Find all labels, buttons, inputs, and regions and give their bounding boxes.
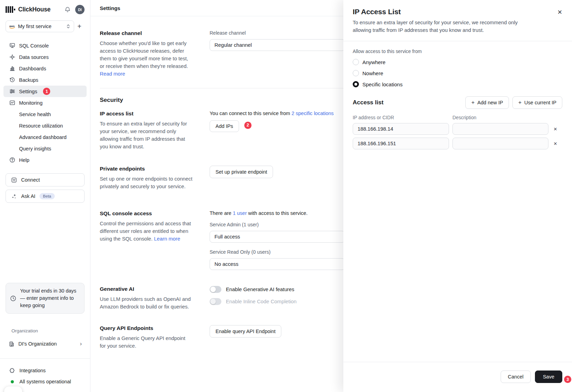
specific-locations-link[interactable]: 2 specific locations: [291, 111, 334, 116]
help-icon: [9, 157, 15, 163]
sidebar: ClickHouse DI aws My first service: [0, 0, 90, 392]
radio-anywhere[interactable]: Anywhere: [353, 59, 562, 65]
setup-private-endpoint-button[interactable]: Set up private endpoint: [210, 166, 273, 178]
inline-code-completion-toggle-label: Enable Inline Code Completion: [226, 299, 297, 304]
generative-ai-toggle[interactable]: [210, 286, 221, 293]
generative-ai-title: Generative AI: [100, 286, 193, 292]
drawer-title: IP Access List: [353, 8, 557, 16]
organization-building-icon: [8, 341, 15, 347]
remove-row-icon[interactable]: ✕: [548, 127, 562, 132]
sidebar-item-service-health[interactable]: Service health: [3, 108, 87, 120]
sidebar-item-monitoring[interactable]: Monitoring: [3, 97, 87, 108]
connect-icon: [11, 177, 17, 183]
organization-name: DI's Organization: [18, 341, 76, 347]
add-new-ip-button[interactable]: + Add new IP: [465, 96, 509, 109]
save-button[interactable]: Save: [535, 371, 562, 383]
drawer-description: To ensure an extra layer of security for…: [353, 19, 533, 34]
status-label: All systems operational: [19, 379, 71, 384]
connect-button[interactable]: Connect: [6, 173, 85, 186]
notifications-bell-icon[interactable]: [64, 6, 71, 13]
sql-console-access-title: SQL console access: [100, 210, 193, 217]
add-ips-button[interactable]: Add IPs: [210, 120, 239, 132]
remove-row-icon[interactable]: ✕: [548, 141, 562, 146]
organization-switcher[interactable]: DI's Organization ›: [6, 338, 85, 349]
private-endpoints-title: Private endpoints: [100, 166, 193, 172]
radio-specific-locations[interactable]: Specific locations: [353, 81, 562, 87]
drawer-footer: Cancel Save 3: [343, 362, 572, 392]
integrations-link[interactable]: Integrations: [6, 365, 85, 376]
add-service-button[interactable]: +: [74, 23, 85, 30]
clickhouse-logo-icon: [6, 6, 15, 13]
sidebar-item-dashboards[interactable]: Dashboards: [3, 63, 87, 74]
ask-ai-button[interactable]: Ask AI Beta: [6, 190, 85, 203]
trial-notice: Your trial ends in 30 days — enter payme…: [6, 283, 85, 314]
sidebar-item-settings[interactable]: Settings 1: [3, 86, 87, 97]
sidebar-item-label: Service health: [19, 112, 51, 117]
ip-access-description: To ensure an extra layer of security for…: [100, 120, 193, 150]
sidebar-item-query-insights[interactable]: Query insights: [3, 143, 87, 154]
add-ips-step-badge: 2: [244, 122, 252, 129]
plus-icon: +: [518, 100, 521, 105]
sidebar-item-advanced-dashboard[interactable]: Advanced dashboard: [3, 131, 87, 143]
enable-query-api-button[interactable]: Enable query API Endpoint: [210, 325, 281, 338]
release-channel-value: Regular channel: [214, 42, 252, 48]
sidebar-item-label: Monitoring: [19, 100, 43, 106]
dashboards-icon: [9, 66, 15, 72]
service-selector[interactable]: aws My first service: [6, 20, 74, 32]
radio-nowhere-control[interactable]: [353, 70, 359, 76]
access-list-title: Access list: [353, 99, 465, 106]
service-readonly-label: Service Read Only (0 users): [210, 249, 355, 255]
ip-column-header: IP address or CIDR: [353, 115, 449, 120]
beta-badge: Beta: [39, 193, 55, 199]
chevron-right-icon: ›: [80, 341, 82, 347]
user-count-link[interactable]: 1 user: [233, 210, 247, 216]
release-channel-select[interactable]: Regular channel: [210, 39, 345, 51]
ip-access-title: IP access list: [100, 111, 193, 117]
cancel-button[interactable]: Cancel: [501, 371, 531, 383]
settings-step-badge: 1: [43, 88, 50, 95]
sidebar-item-resource-utilization[interactable]: Resource utilization: [3, 120, 87, 131]
radio-anywhere-control[interactable]: [353, 59, 359, 65]
sidebar-item-help[interactable]: Help: [3, 154, 87, 166]
service-admin-value: Full access: [214, 234, 240, 239]
service-readonly-select[interactable]: No access: [210, 258, 345, 270]
use-current-ip-button[interactable]: + Use current IP: [512, 96, 562, 109]
read-more-link[interactable]: Read more: [100, 71, 125, 77]
sidebar-header: ClickHouse DI: [0, 0, 90, 18]
ip-input[interactable]: [353, 138, 449, 149]
learn-more-link[interactable]: Learn more: [154, 236, 181, 242]
clock-icon: [10, 295, 16, 302]
description-column-header: Description: [452, 115, 476, 120]
integrations-label: Integrations: [19, 368, 46, 373]
sidebar-item-backups[interactable]: Backups: [3, 74, 87, 86]
close-icon[interactable]: ✕: [557, 9, 562, 16]
sql-console-icon: [9, 43, 15, 49]
inline-code-completion-toggle[interactable]: [210, 298, 221, 305]
description-input[interactable]: [452, 138, 549, 149]
access-list-row: ✕: [353, 123, 562, 135]
settings-icon: [9, 88, 15, 95]
service-admin-select[interactable]: Full access: [210, 231, 345, 243]
system-status[interactable]: All systems operational: [6, 376, 85, 387]
radio-specific-locations-label: Specific locations: [362, 81, 403, 87]
allow-access-label: Allow access to this service from: [353, 49, 562, 54]
sidebar-item-sql-console[interactable]: SQL Console: [3, 40, 87, 51]
radio-specific-locations-control[interactable]: [353, 81, 359, 87]
chat-launcher-button[interactable]: [4, 386, 22, 392]
page-title: Settings: [100, 5, 120, 11]
sidebar-item-label: Settings: [19, 89, 37, 94]
sql-access-status-prefix: There are: [210, 210, 231, 216]
description-input[interactable]: [452, 123, 549, 135]
sidebar-item-data-sources[interactable]: Data sources: [3, 51, 87, 63]
user-avatar[interactable]: DI: [75, 5, 85, 14]
radio-anywhere-label: Anywhere: [362, 59, 386, 65]
generative-ai-toggle-label: Enable Generative AI features: [226, 287, 294, 292]
radio-nowhere[interactable]: Nowhere: [353, 70, 562, 76]
generative-ai-description: Use LLM providers such as OpenAI and Ama…: [100, 295, 193, 311]
ask-ai-label: Ask AI: [21, 193, 35, 199]
status-green-dot-icon: [11, 380, 14, 383]
organization-section-label: Organization: [11, 328, 90, 333]
data-sources-icon: [9, 54, 15, 60]
integrations-puzzle-icon: [9, 367, 15, 374]
ip-input[interactable]: [353, 123, 449, 135]
